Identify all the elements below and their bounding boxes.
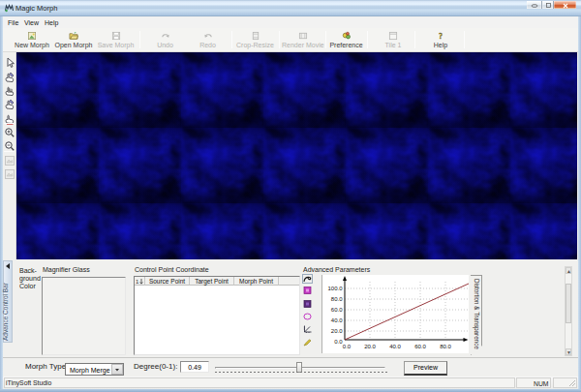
svg-text:?: ? [439, 32, 443, 41]
svg-text:20.0: 20.0 [364, 344, 376, 349]
svg-text:40.0: 40.0 [389, 344, 401, 349]
svg-text:0.0: 0.0 [334, 339, 343, 345]
svg-text:1: 1 [136, 279, 139, 285]
svg-text:60.0: 60.0 [414, 344, 426, 349]
svg-text:40.0: 40.0 [331, 317, 343, 323]
svg-text:100.0: 100.0 [327, 286, 343, 291]
svg-text:80.0: 80.0 [331, 296, 343, 302]
svg-text:80.0: 80.0 [440, 344, 451, 349]
svg-text:60.0: 60.0 [331, 307, 343, 313]
svg-text:20.0: 20.0 [331, 328, 343, 334]
svg-text:0.0: 0.0 [343, 344, 352, 349]
